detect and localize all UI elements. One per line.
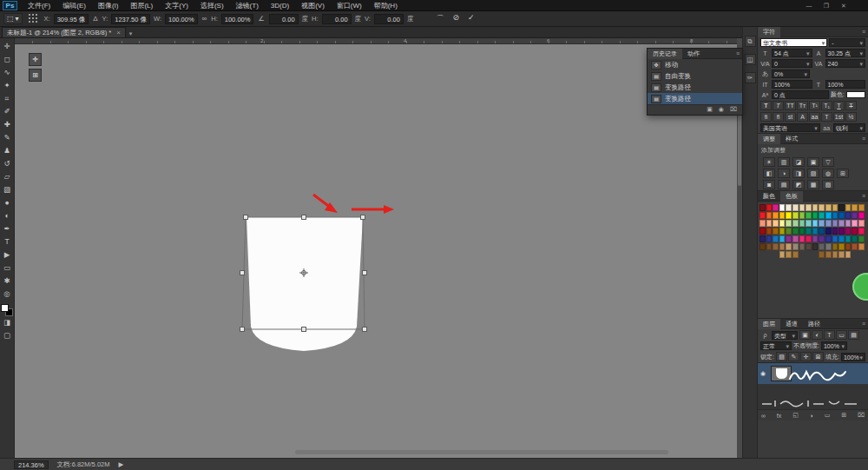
color-swatch[interactable] [838,212,845,219]
color-swatch[interactable] [845,212,852,219]
height-scale-field[interactable]: 100.00% [221,14,254,24]
foreground-color-swatch[interactable] [1,304,9,312]
filter-adjustment-icon[interactable]: ◐ [812,330,823,340]
stylistic-alternates-button[interactable]: aa [809,112,820,122]
move-tool[interactable]: ✛ [1,40,14,53]
zoom-tool[interactable]: ◎ [1,288,14,301]
menu-item-1[interactable]: 编辑(E) [57,0,91,11]
menu-item-5[interactable]: 选择(S) [195,0,229,11]
font-size-field[interactable]: 54 点▾ [772,49,812,57]
color-swatch[interactable] [779,220,786,227]
color-swatch[interactable] [825,235,832,242]
vibrance-icon[interactable]: ▽ [822,157,834,167]
color-swatch[interactable] [806,243,812,250]
lock-pixels-icon[interactable]: ✎ [788,352,799,361]
color-swatch[interactable] [812,235,819,242]
pen-tool[interactable]: ✒ [1,222,14,235]
color-swatch[interactable] [838,220,845,227]
layer-visibility-icon[interactable]: ◉ [760,370,768,377]
color-swatch[interactable] [766,228,773,235]
filter-type-icon[interactable]: T [824,330,835,340]
color-swatch[interactable] [792,204,799,211]
color-swatch[interactable] [858,204,865,211]
color-swatch[interactable] [773,235,779,242]
crop-tool[interactable]: ⌗ [1,92,14,105]
history-brush-tool[interactable]: ↺ [1,157,14,170]
shape-tool[interactable]: ▭ [1,261,14,275]
color-swatches[interactable] [1,304,13,316]
color-swatch[interactable] [838,243,845,250]
swash-button[interactable]: A [797,112,808,122]
opacity-field[interactable]: 100%▾ [821,341,847,350]
new-snapshot-icon[interactable]: ◉ [719,106,724,114]
panel-menu-icon[interactable]: ≡ [862,29,868,35]
layer-row-selected[interactable]: ◉ [758,363,868,384]
color-swatch[interactable] [799,220,806,227]
color-swatch[interactable] [832,204,838,211]
zoom-level-field[interactable]: 214.36% [14,460,49,469]
color-swatch[interactable] [832,235,838,242]
menu-item-2[interactable]: 图像(I) [93,0,124,11]
history-step-2[interactable]: ▤变换路径 [648,82,742,93]
eyedropper-tool[interactable]: ✐ [1,105,14,118]
black-white-icon[interactable]: ◨ [792,169,805,178]
color-swatch[interactable] [779,228,786,235]
font-style-field[interactable]: -▾ [829,38,865,47]
curves-icon[interactable]: ◪ [792,157,805,167]
menu-item-4[interactable]: 文字(Y) [160,0,194,11]
color-swatch[interactable] [799,243,806,250]
color-swatch[interactable] [838,235,845,242]
color-swatch[interactable] [819,204,825,211]
new-document-from-state-icon[interactable]: ▣ [707,106,713,114]
color-swatch[interactable] [819,251,825,258]
color-swatch[interactable] [786,251,792,258]
color-swatch[interactable] [792,220,799,227]
reference-point-locator[interactable] [29,14,38,23]
type-tool[interactable]: T [1,235,14,248]
panel-history-icon[interactable]: ⧉ [745,36,756,47]
color-balance-icon[interactable]: ◑ [778,169,790,178]
language-select[interactable]: 美国英语▾ [760,123,820,132]
commit-transform-button[interactable]: ✓ [468,13,475,24]
color-swatch[interactable] [766,235,773,242]
threshold-icon[interactable]: ◩ [792,180,805,189]
photoshop-logo-icon[interactable]: Ps [3,1,17,10]
color-swatch[interactable] [845,235,852,242]
subscript-button[interactable]: T₁ [821,101,832,110]
panel-menu-icon[interactable]: ≡ [862,193,868,199]
tab-adjustments[interactable]: 调整 [758,134,780,144]
tab-layers[interactable]: 图层 [758,319,780,329]
width-scale-field[interactable]: 100.00% [165,14,198,24]
adjustment-layer-icon[interactable]: ◑ [810,413,813,419]
restore-button[interactable]: ❐ [821,1,832,10]
vertical-scale-field[interactable]: 100% [772,80,812,89]
color-swatch[interactable] [806,204,812,211]
color-swatch[interactable] [825,212,832,219]
color-swatch[interactable] [786,228,792,235]
color-lookup-icon[interactable]: ⊞ [837,169,849,178]
color-swatch[interactable] [845,228,852,235]
discretionary-ligatures-button[interactable]: st [785,112,796,122]
horizontal-scrollbar[interactable] [295,450,668,454]
color-swatch[interactable] [773,243,779,250]
panel-menu-icon[interactable]: ≡ [862,321,868,327]
color-swatch[interactable] [760,220,766,227]
menu-item-3[interactable]: 图层(L) [125,0,158,11]
h-skew-field[interactable]: 0.00 [322,14,352,24]
filter-smart-icon[interactable]: ▤ [848,330,859,340]
close-button[interactable]: ✕ [838,1,849,10]
lock-all-icon[interactable]: ⊠ [812,352,824,361]
filter-pixel-icon[interactable]: ▣ [799,330,811,340]
color-swatch[interactable] [766,204,773,211]
link-layers-icon[interactable]: ∞ [761,413,766,419]
dodge-tool[interactable]: ◐ [1,209,14,222]
color-swatch[interactable] [779,243,786,250]
color-swatch[interactable] [766,220,773,227]
color-swatch[interactable] [852,220,858,227]
color-swatch[interactable] [858,235,865,242]
strikethrough-button[interactable]: T [845,101,857,110]
color-swatch[interactable] [838,228,845,235]
color-swatch[interactable] [779,251,786,258]
antialias-select[interactable]: 锐利▾ [833,123,865,132]
tab-close-icon[interactable]: × [116,28,121,37]
